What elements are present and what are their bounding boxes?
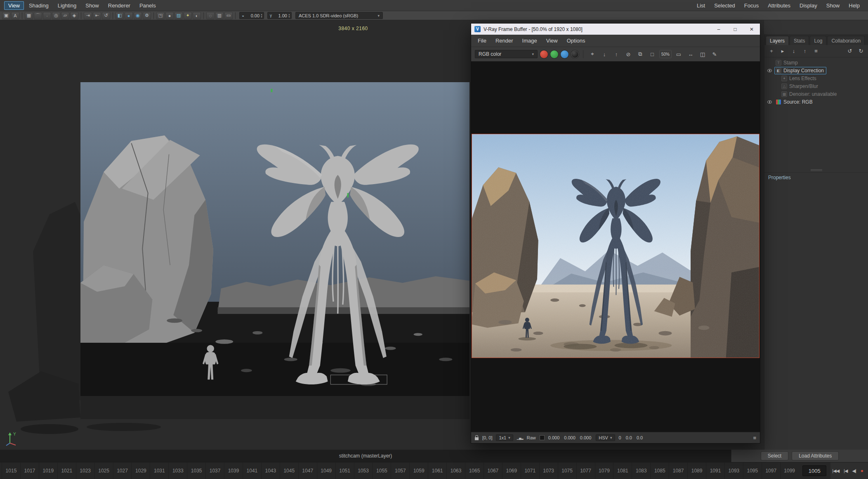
snap-to-grid-icon[interactable]: ▦ bbox=[25, 12, 33, 19]
save-layer-tree-icon[interactable]: ↓ bbox=[790, 47, 798, 55]
timeline-frame-1067[interactable]: 1067 bbox=[484, 462, 502, 479]
layer-row-2[interactable]: ✦Lens Effects bbox=[764, 74, 868, 82]
step-back-frame-button[interactable]: ◀| bbox=[852, 468, 856, 474]
timeline-frame-1081[interactable]: 1081 bbox=[613, 462, 632, 479]
timeline-frame-1059[interactable]: 1059 bbox=[409, 462, 428, 479]
timeline-frame-1087[interactable]: 1087 bbox=[669, 462, 687, 479]
alpha-channel-button[interactable] bbox=[571, 50, 579, 58]
vfb-menu-image[interactable]: Image bbox=[518, 36, 541, 45]
output-connections-icon[interactable]: ⇤ bbox=[93, 12, 101, 19]
timeline-frame-1015[interactable]: 1015 bbox=[2, 462, 20, 479]
menu-shading[interactable]: Shading bbox=[25, 1, 53, 10]
region-render-icon[interactable]: □ bbox=[647, 49, 657, 59]
layer-row-5[interactable]: Source: RGB bbox=[764, 98, 868, 106]
gamma-stepper[interactable]: ▲▼ bbox=[288, 13, 290, 18]
timeline-frame-1055[interactable]: 1055 bbox=[372, 462, 391, 479]
timeline-frame-1027[interactable]: 1027 bbox=[113, 462, 132, 479]
vfb-menu-view[interactable]: View bbox=[542, 36, 562, 45]
timeline-frame-1035[interactable]: 1035 bbox=[187, 462, 205, 479]
duplicate-to-host-icon[interactable]: ⧉ bbox=[635, 49, 645, 59]
exposure-input[interactable] bbox=[245, 13, 259, 18]
view-transform-dropdown[interactable]: ACES 1.0 SDR-video (sRGB) ▾ bbox=[295, 12, 383, 19]
gamma-icon[interactable]: γ bbox=[269, 13, 273, 18]
panel-menu-list[interactable]: List bbox=[693, 1, 709, 10]
timeline-frame-1029[interactable]: 1029 bbox=[131, 462, 150, 479]
select-by-name-icon[interactable]: A bbox=[11, 12, 19, 19]
timeline-frame-1073[interactable]: 1073 bbox=[539, 462, 558, 479]
timeline-frame-1091[interactable]: 1091 bbox=[706, 462, 724, 479]
timeline-frame-1047[interactable]: 1047 bbox=[298, 462, 317, 479]
timeline-frame-1041[interactable]: 1041 bbox=[243, 462, 261, 479]
timeline-frame-1083[interactable]: 1083 bbox=[632, 462, 650, 479]
timeline-frame-1061[interactable]: 1061 bbox=[428, 462, 446, 479]
save-image-icon[interactable]: ↓ bbox=[599, 49, 609, 59]
panel-menu-selected[interactable]: Selected bbox=[710, 1, 739, 10]
camera-gate-icon[interactable]: ▭ bbox=[224, 12, 233, 19]
timeline-frame-1031[interactable]: 1031 bbox=[150, 462, 168, 479]
render-settings-icon[interactable]: ⚙ bbox=[143, 12, 151, 19]
time-slider[interactable]: 1015101710191021102310251027102910311033… bbox=[0, 462, 868, 479]
snap-to-projection-icon[interactable]: ◎ bbox=[52, 12, 60, 19]
xray-mode-icon[interactable]: ▥ bbox=[215, 12, 224, 19]
red-channel-button[interactable] bbox=[540, 50, 548, 58]
layer-menu-icon[interactable]: ≡ bbox=[812, 47, 820, 55]
timeline-frame-1043[interactable]: 1043 bbox=[261, 462, 280, 479]
statusbar-options-icon[interactable]: ≡ bbox=[753, 435, 756, 441]
timeline-frame-1021[interactable]: 1021 bbox=[57, 462, 76, 479]
timeline-frame-1037[interactable]: 1037 bbox=[205, 462, 224, 479]
layer-row-3[interactable]: △Sharpen/Blur bbox=[764, 82, 868, 90]
timeline-frame-1045[interactable]: 1045 bbox=[280, 462, 298, 479]
histogram-icon[interactable]: ▁▄▂ bbox=[517, 436, 523, 440]
camera-viewport[interactable] bbox=[80, 82, 469, 396]
load-attributes-button[interactable]: Load Attributes bbox=[792, 451, 839, 460]
pixel-lock-icon[interactable] bbox=[475, 437, 479, 440]
green-channel-button[interactable] bbox=[550, 50, 558, 58]
wireframe-mode-icon[interactable]: ◳ bbox=[156, 12, 165, 19]
minimize-button[interactable]: – bbox=[710, 24, 727, 35]
timeline-frame-1065[interactable]: 1065 bbox=[465, 462, 484, 479]
rendered-image[interactable] bbox=[472, 134, 760, 358]
zoom-level-button[interactable]: 50% bbox=[659, 50, 672, 58]
visibility-toggle[interactable] bbox=[766, 69, 773, 72]
snap-to-curve-icon[interactable]: ⌒ bbox=[34, 12, 42, 19]
panel-menu-attributes[interactable]: Attributes bbox=[764, 1, 795, 10]
spin-down-icon[interactable]: ▼ bbox=[288, 16, 290, 18]
render-current-frame-icon[interactable]: ● bbox=[125, 12, 133, 19]
redo-icon[interactable]: ↻ bbox=[857, 47, 865, 55]
construction-history-icon[interactable]: ↺ bbox=[102, 12, 110, 19]
gamma-input[interactable] bbox=[273, 13, 287, 18]
track-mouse-icon[interactable]: ⌖ bbox=[587, 49, 597, 59]
timeline-frame-1057[interactable]: 1057 bbox=[391, 462, 409, 479]
snap-to-viewplane-icon[interactable]: ▱ bbox=[61, 12, 69, 19]
timeline-frame-1019[interactable]: 1019 bbox=[39, 462, 57, 479]
pixel-size-dropdown[interactable]: 1x1 ▾ bbox=[496, 434, 513, 441]
load-image-icon[interactable]: ↑ bbox=[611, 49, 621, 59]
panel-menu-help[interactable]: Help bbox=[844, 1, 864, 10]
timeline-frame-1039[interactable]: 1039 bbox=[224, 462, 243, 479]
timeline-frame-1071[interactable]: 1071 bbox=[521, 462, 539, 479]
exposure-field[interactable]: ◒ ▲▼ bbox=[239, 12, 264, 19]
open-render-view-icon[interactable]: ◧ bbox=[116, 12, 124, 19]
step-back-key-button[interactable]: |◀ bbox=[844, 468, 847, 474]
layer-row-0[interactable]: TStamp bbox=[764, 59, 868, 66]
layer-row-4[interactable]: ▦Denoiser: unavailable bbox=[764, 90, 868, 98]
panel-splitter[interactable] bbox=[764, 168, 868, 172]
timeline-frame-1017[interactable]: 1017 bbox=[20, 462, 39, 479]
blue-channel-button[interactable] bbox=[561, 50, 568, 58]
load-layer-tree-icon[interactable]: ↑ bbox=[801, 47, 809, 55]
vfb-canvas[interactable] bbox=[471, 62, 760, 432]
timeline-frame-1093[interactable]: 1093 bbox=[724, 462, 743, 479]
make-live-icon[interactable]: ◈ bbox=[70, 12, 78, 19]
timeline-frame-1033[interactable]: 1033 bbox=[168, 462, 187, 479]
lighting-toggle-icon[interactable]: ✦ bbox=[184, 12, 192, 19]
menu-renderer[interactable]: Renderer bbox=[104, 1, 134, 10]
timeline-frame-1053[interactable]: 1053 bbox=[354, 462, 373, 479]
shaded-mode-icon[interactable]: ● bbox=[165, 12, 174, 19]
select-button[interactable]: Select bbox=[761, 451, 788, 460]
timeline-frame-1085[interactable]: 1085 bbox=[650, 462, 669, 479]
vfb-menu-file[interactable]: File bbox=[474, 36, 491, 45]
menu-lighting[interactable]: Lighting bbox=[54, 1, 81, 10]
spin-down-icon[interactable]: ▼ bbox=[260, 16, 263, 18]
timeline-frame-1063[interactable]: 1063 bbox=[446, 462, 465, 479]
menu-view[interactable]: View bbox=[4, 1, 24, 10]
